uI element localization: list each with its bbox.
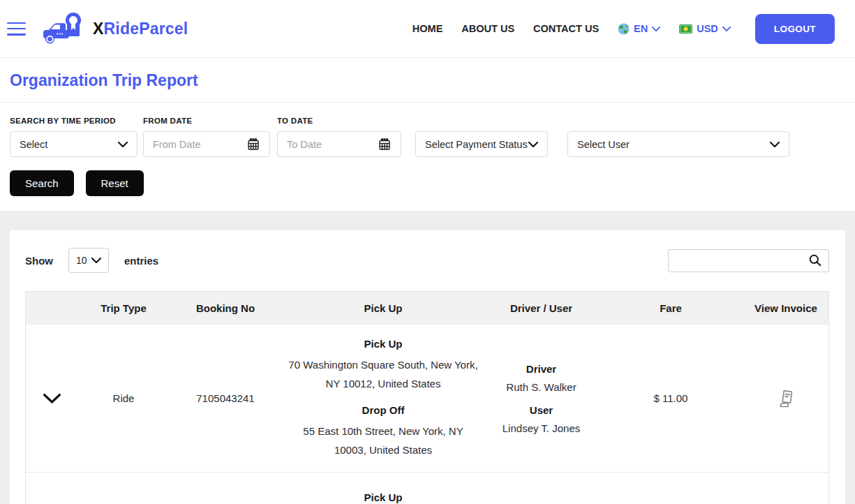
user-name: Lindsey T. Jones (503, 422, 580, 434)
currency-selector[interactable]: USD (679, 23, 731, 34)
logout-button[interactable]: LOGOUT (755, 14, 835, 44)
results-card: Show 10 entries (10, 230, 845, 504)
divider (0, 102, 855, 103)
time-period-filter: SEARCH BY TIME PERIOD Select (10, 117, 137, 157)
time-period-label: SEARCH BY TIME PERIOD (10, 117, 137, 125)
from-date-label: FROM DATE (143, 117, 270, 125)
calendar-icon[interactable] (378, 138, 392, 151)
booking-no-value: 7105043241 (169, 325, 282, 472)
chevron-down-icon (91, 258, 101, 263)
page-size-select[interactable]: 10 (68, 248, 109, 273)
user-select[interactable]: Select User (567, 131, 789, 157)
brand-name: XRideParcel (93, 20, 188, 38)
top-navigation-bar: XRideParcel HOME ABOUT US CONTACT US EN (0, 0, 855, 58)
trip-type-value: Ride (78, 325, 169, 472)
user-label: User (530, 404, 553, 416)
col-pick-up: Pick Up (282, 292, 484, 324)
chevron-down-icon (652, 27, 660, 31)
car-parcel-icon (43, 12, 87, 45)
chevron-down-icon (770, 142, 780, 147)
list-controls: Show 10 entries (25, 248, 829, 273)
banknote-icon (679, 24, 692, 34)
to-date-field (277, 131, 401, 157)
receipt-icon (777, 389, 795, 408)
col-expand (26, 292, 78, 324)
table-header-row: Trip Type Booking No Pick Up Driver / Us… (26, 292, 828, 324)
search-button[interactable]: Search (10, 170, 74, 196)
pickup-label: Pick Up (364, 338, 402, 350)
globe-icon (618, 23, 630, 35)
payment-status-select[interactable]: Select Payment Status (415, 131, 548, 157)
language-value: EN (634, 23, 648, 34)
from-date-input[interactable] (153, 139, 246, 150)
table-search-field (668, 249, 829, 272)
user-filter: Select User (567, 131, 789, 157)
dropoff-label: Drop Off (362, 404, 405, 416)
main-nav: HOME ABOUT US CONTACT US EN USD (412, 14, 835, 44)
payment-status-filter: Select Payment Status (415, 131, 548, 157)
nav-home[interactable]: HOME (412, 23, 443, 34)
nav-about-us[interactable]: ABOUT US (461, 23, 514, 34)
magnifier-icon[interactable] (808, 253, 822, 267)
reset-button[interactable]: Reset (86, 170, 144, 196)
to-date-label: TO DATE (277, 117, 401, 125)
calendar-icon[interactable] (246, 138, 260, 151)
from-date-field (143, 131, 270, 157)
fare-value: $ 11.00 (598, 325, 743, 472)
col-booking-no: Booking No (169, 292, 282, 324)
filter-actions: Search Reset (0, 170, 855, 196)
driver-user-cell: Driver Ruth S. Walker User Lindsey T. Jo… (484, 325, 598, 472)
to-date-filter: TO DATE (277, 117, 401, 157)
pickup-address: 70 Washington Square South, New York, NY… (288, 355, 478, 393)
show-label: Show (25, 255, 53, 267)
view-invoice-button[interactable] (777, 389, 795, 408)
table-row: Pick Up (26, 472, 828, 504)
pickup-dropoff-cell: Pick Up 70 Washington Square South, New … (282, 325, 484, 472)
dropoff-address: 55 East 10th Street, New York, NY 10003,… (288, 422, 478, 459)
to-date-input[interactable] (287, 139, 378, 150)
driver-name: Ruth S. Walker (506, 381, 576, 393)
time-period-select[interactable]: Select (10, 131, 137, 157)
table-search-input[interactable] (675, 255, 808, 266)
from-date-filter: FROM DATE (143, 117, 270, 157)
chevron-down-icon (528, 142, 538, 147)
hamburger-menu-icon[interactable] (7, 22, 26, 36)
page-title: Organization Trip Report (10, 71, 845, 90)
trips-table: Trip Type Booking No Pick Up Driver / Us… (25, 291, 829, 504)
col-trip-type: Trip Type (78, 292, 169, 324)
results-section: Show 10 entries (0, 211, 855, 504)
col-fare: Fare (598, 292, 743, 324)
brand-logo[interactable]: XRideParcel (43, 12, 188, 45)
col-driver-user: Driver / User (484, 292, 598, 324)
table-row: Ride 7105043241 Pick Up 70 Washington Sq… (26, 324, 828, 472)
pickup-dropoff-cell: Pick Up (282, 473, 484, 504)
expand-row-button[interactable] (43, 393, 61, 404)
chevron-down-icon (722, 27, 731, 31)
filter-bar: SEARCH BY TIME PERIOD Select FROM DATE (0, 117, 855, 157)
entries-label: entries (124, 255, 158, 267)
chevron-down-icon (118, 142, 128, 147)
pickup-label: Pick Up (364, 491, 402, 503)
col-view-invoice: View Invoice (743, 292, 828, 324)
currency-value: USD (697, 23, 718, 34)
driver-label: Driver (526, 363, 556, 375)
nav-contact-us[interactable]: CONTACT US (533, 23, 599, 34)
language-selector[interactable]: EN (618, 23, 660, 35)
